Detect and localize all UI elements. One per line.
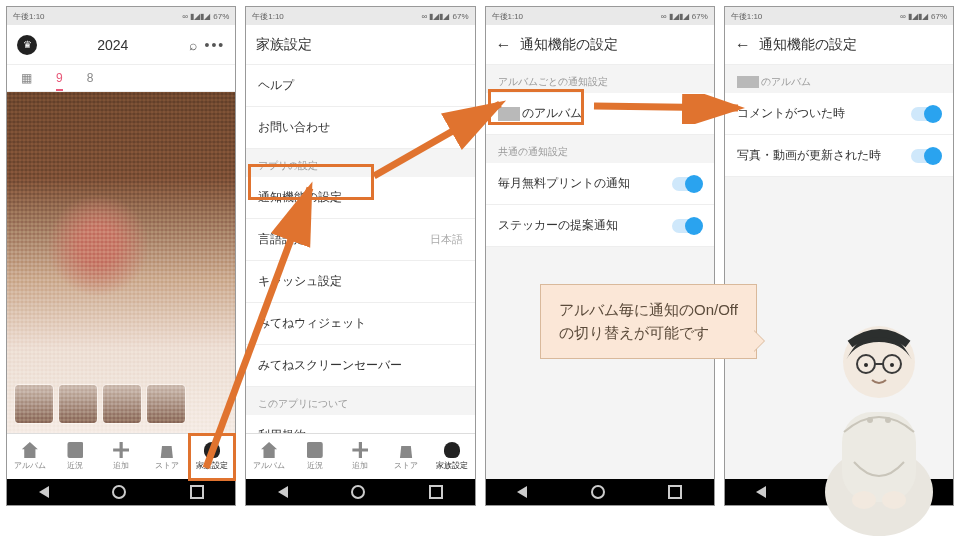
nav-store[interactable]: ストア <box>144 434 190 479</box>
thumbnail[interactable] <box>103 385 141 423</box>
status-bar: 午後1:10 ∞ ▮◢▮◢67% <box>7 7 235 25</box>
tab-9[interactable]: 9 <box>56 71 63 91</box>
page-title: 通知機能の設定 <box>759 36 857 54</box>
toggle-monthly-print[interactable] <box>672 177 702 191</box>
year-label[interactable]: 2024 <box>97 37 128 53</box>
svg-point-14 <box>885 417 891 423</box>
row-comment-notify[interactable]: コメントがついた時 <box>725 93 953 135</box>
svg-point-9 <box>864 363 868 367</box>
android-nav <box>486 479 714 505</box>
svg-point-11 <box>852 491 876 509</box>
toggle-comment[interactable] <box>911 107 941 121</box>
phone-screen-2: 午後1:10 ∞ ▮◢▮◢67% 家族設定 ヘルプ お問い合わせ アプリの設定 … <box>245 6 475 506</box>
nav-news[interactable]: 近況 <box>292 434 338 479</box>
app-bar: ← 通知機能の設定 <box>725 25 953 65</box>
home-icon[interactable] <box>591 485 605 499</box>
nav-news[interactable]: 近況 <box>53 434 99 479</box>
back-arrow-icon[interactable]: ← <box>735 36 751 54</box>
section-app-settings: アプリの設定 <box>246 149 474 177</box>
chevron-right-icon: › <box>698 107 702 121</box>
row-cache[interactable]: キャッシュ設定 <box>246 261 474 303</box>
thumbnail[interactable] <box>59 385 97 423</box>
tab-8[interactable]: 8 <box>87 71 94 91</box>
crown-icon[interactable]: ♛ <box>17 35 37 55</box>
speech-bubble: アルバム毎に通知のOn/Off の切り替えが可能です <box>540 284 757 359</box>
grid-icon[interactable]: ▦ <box>21 71 32 91</box>
status-bar: 午後1:10 ∞ ▮◢▮◢67% <box>725 7 953 25</box>
phone-screen-1: 午後1:10 ∞ ▮◢▮◢67% ♛ 2024 ⌕ ••• ▦ 9 8 アルバム <box>6 6 236 506</box>
toggle-sticker[interactable] <box>672 219 702 233</box>
row-album-notify[interactable]: のアルバム › <box>486 93 714 135</box>
section-common: 共通の通知設定 <box>486 135 714 163</box>
svg-point-13 <box>867 417 873 423</box>
back-icon[interactable] <box>756 486 766 498</box>
app-bar: ♛ 2024 ⌕ ••• <box>7 25 235 65</box>
month-tabs: ▦ 9 8 <box>7 65 235 92</box>
bottom-nav: アルバム 近況 追加 ストア 家族設定 <box>246 433 474 479</box>
back-icon[interactable] <box>517 486 527 498</box>
recents-icon[interactable] <box>668 485 682 499</box>
nav-add[interactable]: 追加 <box>98 434 144 479</box>
row-terms[interactable]: 利用規約 <box>246 415 474 433</box>
status-time: 午後1:10 <box>13 11 45 22</box>
row-screensaver[interactable]: みてねスクリーンセーバー <box>246 345 474 387</box>
phone-screen-3: 午後1:10 ∞ ▮◢▮◢67% ← 通知機能の設定 アルバムごとの通知設定 の… <box>485 6 715 506</box>
status-bar: 午後1:10 ∞ ▮◢▮◢67% <box>486 7 714 25</box>
redacted-name <box>737 76 759 88</box>
thumbnail[interactable] <box>15 385 53 423</box>
android-nav <box>7 479 235 505</box>
back-icon[interactable] <box>39 486 49 498</box>
section-per-album: アルバムごとの通知設定 <box>486 65 714 93</box>
android-nav <box>246 479 474 505</box>
toggle-media-update[interactable] <box>911 149 941 163</box>
app-bar: 家族設定 <box>246 25 474 65</box>
nav-family-settings[interactable]: 家族設定 <box>429 434 475 479</box>
page-title: 通知機能の設定 <box>520 36 618 54</box>
row-notification-settings[interactable]: 通知機能の設定 <box>246 177 474 219</box>
back-arrow-icon[interactable]: ← <box>496 36 512 54</box>
search-icon[interactable]: ⌕ <box>189 37 197 53</box>
row-sticker-suggest[interactable]: ステッカーの提案通知 <box>486 205 714 247</box>
photo-main[interactable] <box>7 92 235 433</box>
home-icon[interactable] <box>351 485 365 499</box>
app-bar: ← 通知機能の設定 <box>486 25 714 65</box>
recents-icon[interactable] <box>190 485 204 499</box>
nav-family-settings[interactable]: 家族設定 <box>190 434 236 479</box>
row-help[interactable]: ヘルプ <box>246 65 474 107</box>
thumbnail[interactable] <box>147 385 185 423</box>
redacted-name <box>498 107 520 121</box>
nav-album[interactable]: アルバム <box>7 434 53 479</box>
row-media-update-notify[interactable]: 写真・動画が更新された時 <box>725 135 953 177</box>
bottom-nav: アルバム 近況 追加 ストア 家族設定 <box>7 433 235 479</box>
svg-point-10 <box>890 363 894 367</box>
back-icon[interactable] <box>278 486 288 498</box>
row-language[interactable]: 言語設定日本語 <box>246 219 474 261</box>
nav-store[interactable]: ストア <box>383 434 429 479</box>
nav-album[interactable]: アルバム <box>246 434 292 479</box>
section-about: このアプリについて <box>246 387 474 415</box>
home-icon[interactable] <box>112 485 126 499</box>
row-contact[interactable]: お問い合わせ <box>246 107 474 149</box>
recents-icon[interactable] <box>429 485 443 499</box>
svg-point-12 <box>882 491 906 509</box>
nav-add[interactable]: 追加 <box>338 434 384 479</box>
page-title: 家族設定 <box>256 36 312 54</box>
section-album-name: のアルバム <box>725 65 953 93</box>
person-illustration <box>794 262 960 540</box>
more-icon[interactable]: ••• <box>205 37 226 53</box>
row-widget[interactable]: みてねウィジェット <box>246 303 474 345</box>
row-monthly-print[interactable]: 毎月無料プリントの通知 <box>486 163 714 205</box>
status-bar: 午後1:10 ∞ ▮◢▮◢67% <box>246 7 474 25</box>
